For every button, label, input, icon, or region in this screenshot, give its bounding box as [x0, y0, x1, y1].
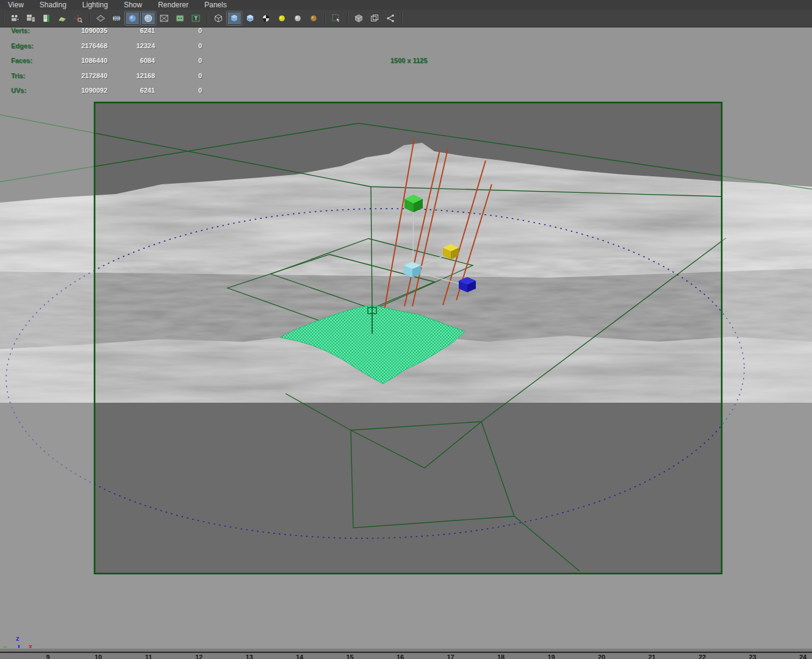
camera-attributes-icon[interactable] — [23, 12, 38, 25]
z-axis-label: z — [16, 635, 20, 642]
motion-blur-icon[interactable] — [306, 12, 321, 25]
toolbar-separator — [205, 13, 209, 24]
menu-item-lighting[interactable]: Lighting — [74, 0, 116, 10]
timeline-frame-number: 10 — [95, 654, 102, 659]
polycount-value: 2172840 — [48, 72, 107, 79]
polycount-value: 0 — [167, 72, 202, 79]
timeline-frame-number: 21 — [648, 654, 655, 659]
time-slider-ticks[interactable]: 89101112131415161718192021222324 — [0, 653, 812, 659]
polycount-value: 12324 — [109, 42, 155, 49]
polycount-value: 1086440 — [48, 57, 107, 64]
panel-menu-bar: ViewShadingLightingShowRendererPanels — [0, 0, 812, 10]
polycount-value: 12168 — [109, 72, 155, 79]
perspective-viewport[interactable]: Verts:109003562410Edges:2176468123240Fac… — [0, 27, 812, 648]
polycount-value: 0 — [167, 57, 202, 64]
menu-item-panels[interactable]: Panels — [196, 0, 235, 10]
polycount-value: 6241 — [109, 87, 155, 94]
menu-item-view[interactable]: View — [0, 0, 32, 10]
timeline-frame-number: 16 — [397, 654, 404, 659]
shadows-icon[interactable] — [275, 12, 289, 25]
polycount-row: Faces:108644060840 — [11, 57, 32, 64]
timeline-frame-number: 19 — [547, 654, 555, 659]
isolate-select-icon[interactable] — [329, 12, 343, 25]
scene-graph-icon[interactable] — [383, 12, 398, 25]
polycount-value: 0 — [167, 87, 202, 94]
safe-action-icon[interactable] — [157, 12, 171, 25]
maya-viewport-window: ViewShadingLightingShowRendererPanels T — [0, 0, 812, 659]
timeline-frame-number: 13 — [245, 654, 253, 659]
menu-item-shading[interactable]: Shading — [32, 0, 74, 10]
toolbar-group — [7, 12, 86, 25]
svg-text:T: T — [194, 15, 198, 21]
polycount-row: Tris:2172840121680 — [11, 72, 25, 79]
timeline-frame-number: 22 — [699, 654, 706, 659]
toolbar-separator — [323, 13, 327, 24]
scene-canvas[interactable] — [0, 27, 812, 648]
timeline-frame-number: 20 — [598, 654, 605, 659]
polycount-row: Verts:109003562410 — [11, 27, 30, 34]
image-plane-icon[interactable] — [55, 12, 70, 25]
polycount-value: 6084 — [109, 57, 155, 64]
xray-icon[interactable] — [351, 12, 366, 25]
terrain-heightfield — [0, 143, 812, 648]
polycount-value: 0 — [167, 27, 202, 34]
time-range-bar[interactable] — [0, 648, 812, 653]
timeline-frame-number: 15 — [346, 654, 353, 659]
toolbar-separator — [345, 13, 350, 24]
resolution-gate-label: 1500 x 1125 — [378, 57, 439, 64]
field-chart-icon[interactable] — [141, 12, 156, 25]
toolbar-group: T — [93, 12, 204, 25]
polycount-value: 1090035 — [48, 27, 107, 34]
polycount-label: Verts: — [11, 27, 30, 34]
ssao-icon[interactable] — [290, 12, 305, 25]
timeline-frame-number: 9 — [46, 654, 49, 659]
safe-title-icon[interactable]: T — [189, 12, 203, 25]
polycount-value: 2176468 — [48, 42, 107, 49]
polycount-label: Edges: — [11, 42, 34, 49]
use-all-lights-icon[interactable] — [259, 12, 273, 25]
polycount-value: 1090092 — [48, 87, 107, 94]
polycount-row: Edges:2176468123240 — [11, 42, 34, 49]
xray-joints-icon[interactable] — [367, 12, 382, 25]
timeline-frame-number: 14 — [296, 654, 303, 659]
polycount-value: 0 — [167, 42, 202, 49]
polycount-value: 6241 — [109, 27, 155, 34]
toolbar-separator — [87, 13, 92, 24]
polycount-row: UVs:109009262410 — [11, 87, 26, 94]
wireframe-icon[interactable] — [211, 12, 226, 25]
timeline-frame-number: 18 — [497, 654, 505, 659]
bookmarks-icon[interactable] — [39, 12, 54, 25]
select-camera-icon[interactable] — [7, 12, 22, 25]
pan-zoom-icon[interactable] — [71, 12, 85, 25]
toolbar-group — [210, 12, 322, 25]
camera-names-icon[interactable] — [173, 12, 187, 25]
timeline-frame-number: 23 — [749, 654, 756, 659]
timeline-frame-number: 11 — [145, 654, 153, 659]
panel-toolbar: T — [0, 10, 812, 27]
textured-icon[interactable] — [243, 12, 257, 25]
polycount-label: Tris: — [11, 72, 25, 79]
film-gate-icon[interactable] — [93, 12, 108, 25]
resolution-gate-icon[interactable] — [109, 12, 124, 25]
toolbar-group — [328, 12, 344, 25]
timeline-frame-number: 17 — [447, 654, 454, 659]
polycount-label: UVs: — [11, 87, 26, 94]
gate-mask-icon[interactable] — [125, 12, 140, 25]
menu-item-renderer[interactable]: Renderer — [150, 0, 196, 10]
menu-item-show[interactable]: Show — [116, 0, 150, 10]
toolbar-separator — [1, 13, 5, 24]
polycount-label: Faces: — [11, 57, 32, 64]
toolbar-separator — [400, 13, 404, 24]
smooth-shade-icon[interactable] — [227, 12, 242, 25]
toolbar-group — [351, 12, 398, 25]
timeline-frame-number: 24 — [799, 654, 807, 659]
timeline-frame-number: 12 — [195, 654, 203, 659]
